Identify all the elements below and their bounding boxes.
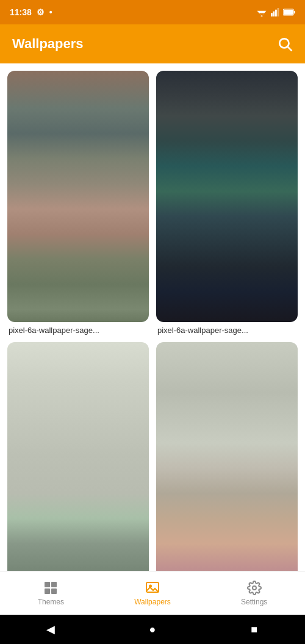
wifi-icon: [256, 8, 267, 16]
nav-label-wallpapers: Wallpapers: [134, 598, 171, 606]
wallpaper-item[interactable]: pixel-6a-wallpaper-sage...: [7, 71, 149, 335]
search-icon: [277, 36, 293, 52]
wallpaper-thumbnail: [7, 71, 149, 322]
wallpapers-grid: pixel-6a-wallpaper-sage... pixel-6a-wall…: [7, 71, 298, 571]
wallpaper-item[interactable]: [156, 342, 298, 571]
back-button[interactable]: ◀: [36, 615, 65, 644]
svg-point-18: [253, 586, 256, 590]
status-right: [256, 8, 295, 16]
settings-icon: [247, 581, 262, 595]
wallpaper-thumbnail: [156, 342, 298, 571]
nav-item-themes[interactable]: Themes: [0, 576, 102, 611]
status-left: 11:38 ⚙ •: [10, 7, 52, 17]
bottom-nav: Themes Wallpapers Settings: [0, 571, 305, 615]
dot-status-icon: •: [49, 7, 52, 17]
svg-rect-3: [271, 13, 273, 16]
nav-label-settings: Settings: [241, 598, 267, 606]
settings-status-icon: ⚙: [37, 7, 45, 17]
wallpaper-item[interactable]: [7, 342, 149, 571]
status-time: 11:38: [10, 7, 32, 17]
wallpaper-label: pixel-6a-wallpaper-sage...: [7, 326, 149, 335]
wallpapers-icon: [145, 581, 160, 595]
svg-rect-8: [294, 11, 295, 13]
svg-rect-5: [275, 10, 277, 16]
svg-rect-12: [45, 582, 50, 587]
wallpaper-thumbnail: [156, 71, 298, 322]
nav-item-wallpapers[interactable]: Wallpapers: [102, 576, 204, 611]
signal-icon: [271, 8, 279, 16]
wallpaper-label: pixel-6a-wallpaper-sage...: [156, 326, 298, 335]
svg-rect-13: [51, 582, 57, 587]
wallpaper-item[interactable]: pixel-6a-wallpaper-sage...: [156, 71, 298, 335]
svg-rect-15: [51, 589, 57, 594]
svg-rect-14: [45, 589, 50, 594]
svg-rect-6: [278, 8, 279, 16]
android-nav-bar: ◀ ● ■: [0, 615, 305, 644]
nav-item-settings[interactable]: Settings: [203, 576, 305, 611]
status-bar: 11:38 ⚙ •: [0, 0, 305, 24]
app-bar: Wallpapers: [0, 24, 305, 63]
home-button[interactable]: ●: [138, 615, 167, 644]
svg-line-11: [288, 47, 292, 51]
svg-rect-4: [273, 12, 275, 16]
recents-button[interactable]: ■: [240, 615, 269, 644]
battery-icon: [283, 9, 295, 16]
svg-rect-9: [284, 10, 293, 15]
page-title: Wallpapers: [12, 36, 84, 52]
wallpaper-thumbnail: [7, 342, 149, 571]
themes-icon: [43, 581, 58, 595]
content-area: pixel-6a-wallpaper-sage... pixel-6a-wall…: [0, 63, 305, 571]
search-button[interactable]: [277, 36, 293, 52]
nav-label-themes: Themes: [38, 598, 64, 606]
